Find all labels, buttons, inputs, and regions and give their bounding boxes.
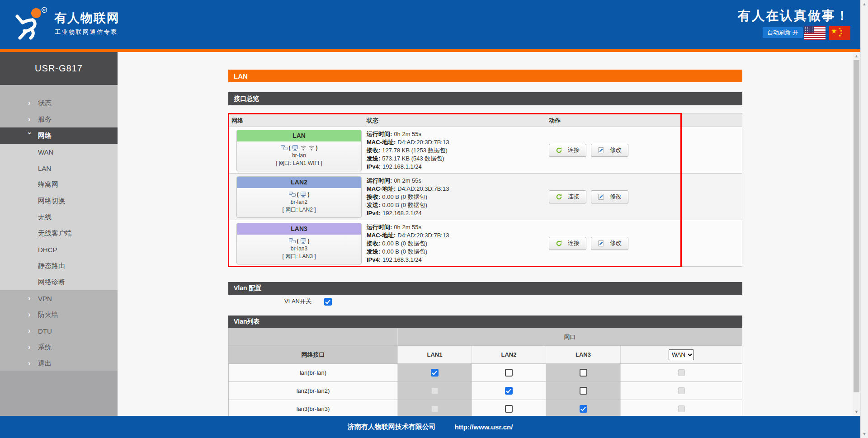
column-header-lan1: LAN1	[398, 346, 472, 363]
paren-close: )	[308, 237, 310, 245]
sidebar-menu: 状态 服务 网络 WAN LAN 蜂窝网 网络切换 无线 无线客户端 DHCP	[0, 85, 118, 371]
edit-icon	[598, 147, 604, 154]
interface-status: 运行时间:0h 2m 55s MAC-地址:D4:AD:20:3D:7B:13 …	[367, 223, 449, 264]
us-flag-canton	[804, 26, 814, 33]
sidebar: USR-G817 状态 服务 网络 WAN LAN 蜂窝网 网络切换 无线	[0, 52, 118, 416]
us-flag-icon[interactable]	[804, 26, 826, 40]
header-orange-strip	[0, 49, 860, 52]
interface-badge: LAN	[237, 130, 361, 141]
chevron-right-icon	[28, 294, 38, 302]
sidebar-item-cellular[interactable]: 蜂窝网	[0, 176, 118, 193]
wifi-icon	[300, 144, 307, 151]
bridge-icon	[289, 191, 296, 198]
edit-icon	[598, 193, 604, 200]
sidebar-item-label: 网络	[38, 132, 52, 140]
vlan-interface-name: lan3(br-lan3)	[229, 400, 398, 418]
ipv4-value: 192.168.3.1/24	[382, 256, 422, 263]
sidebar-item-wireless-client[interactable]: 无线客户端	[0, 225, 118, 241]
chevron-right-icon	[28, 115, 38, 123]
sidebar-item-vpn[interactable]: VPN	[0, 290, 118, 306]
sidebar-item-system[interactable]: 系统	[0, 339, 118, 355]
sidebar-item-network[interactable]: 网络	[0, 127, 118, 144]
interface-row-lan3: LAN3 ( )	[229, 220, 742, 266]
connect-button[interactable]: 连接	[549, 144, 586, 157]
rx-value: 127.78 KB (1253 数据包)	[382, 147, 448, 154]
connect-button[interactable]: 连接	[549, 237, 586, 250]
sidebar-item-network-switch[interactable]: 网络切换	[0, 193, 118, 209]
sidebar-item-label: 防火墙	[38, 311, 58, 319]
vlan-table-header: 网络接口 LAN1 LAN2 LAN3 WAN	[229, 345, 742, 363]
scroll-down-icon[interactable]	[853, 409, 860, 415]
sidebar-item-network-diagnostics[interactable]: 网络诊断	[0, 274, 118, 290]
refresh-icon	[556, 240, 562, 247]
sidebar-item-logout[interactable]: 退出	[0, 355, 118, 372]
sidebar-item-dhcp[interactable]: DHCP	[0, 241, 118, 258]
paren-close: )	[316, 144, 318, 152]
footer: 济南有人物联网技术有限公司 http://www.usr.cn/	[0, 416, 860, 438]
sidebar-item-label: 无线客户端	[38, 229, 72, 238]
vlan-checkbox-lan3[interactable]	[580, 387, 587, 395]
footer-company: 济南有人物联网技术有限公司	[348, 423, 436, 431]
star-icon	[839, 34, 841, 37]
vlan-checkbox-wan	[678, 369, 685, 376]
connect-button[interactable]: 连接	[549, 190, 586, 203]
chevron-right-icon	[28, 343, 38, 351]
interface-overview-table: 网络 状态 动作 LAN (	[228, 113, 742, 267]
scroll-up-icon[interactable]	[861, 1, 868, 7]
interface-card: LAN3 ( )	[236, 223, 362, 264]
sidebar-item-dtu[interactable]: DTU	[0, 323, 118, 339]
paren-open: (	[289, 144, 291, 152]
sidebar-item-label: VPN	[38, 295, 52, 302]
ethernet-icon	[300, 237, 307, 245]
ipv4-value: 192.168.1.1/24	[382, 163, 422, 170]
vlan-switch-checkbox[interactable]	[324, 298, 332, 306]
sidebar-item-services[interactable]: 服务	[0, 111, 118, 127]
column-header-interface: 网络接口	[229, 346, 398, 363]
scroll-up-icon[interactable]	[853, 53, 860, 59]
brand-tagline: 工业物联网通信专家	[55, 28, 118, 36]
page-scrollbar[interactable]	[860, 0, 868, 438]
wan-select[interactable]: WAN	[669, 349, 694, 360]
vlan-checkbox-lan3[interactable]	[580, 369, 587, 377]
column-header-status: 状态	[367, 117, 378, 125]
scrollbar-thumb[interactable]	[854, 60, 859, 392]
svg-text:R: R	[43, 8, 46, 12]
cn-flag-icon[interactable]	[829, 26, 850, 40]
bridge-icon	[281, 144, 288, 151]
modify-button[interactable]: 修改	[591, 237, 628, 250]
sidebar-item-label: 退出	[38, 359, 52, 368]
vlan-row-lan2: lan2(br-lan2)	[229, 381, 742, 400]
column-header-actions: 动作	[549, 117, 561, 125]
rx-value: 0.00 B (0 数据包)	[382, 240, 427, 247]
interface-ports: [ 网口: LAN1 WIFI ]	[239, 160, 359, 167]
vlan-checkbox-lan2[interactable]	[505, 387, 513, 395]
scroll-down-icon[interactable]	[861, 431, 868, 437]
modify-button[interactable]: 修改	[591, 144, 628, 157]
footer-url[interactable]: http://www.usr.cn/	[455, 423, 513, 431]
vlan-checkbox-lan3[interactable]	[580, 405, 587, 413]
refresh-icon	[556, 193, 562, 200]
brand-name: 有人物联网	[54, 10, 120, 26]
content-scrollbar[interactable]	[853, 52, 860, 416]
vlan-checkbox-lan1[interactable]	[431, 369, 439, 377]
interface-card: LAN2 ( )	[236, 176, 362, 218]
column-header-lan2: LAN2	[472, 346, 546, 363]
sidebar-item-firewall[interactable]: 防火墙	[0, 306, 118, 323]
modify-button[interactable]: 修改	[591, 190, 628, 203]
sidebar-item-status[interactable]: 状态	[0, 95, 118, 111]
ethernet-icon	[292, 144, 299, 151]
vlan-table: 网口 网络接口 LAN1 LAN2 LAN3 WAN lan(br-lan) l…	[228, 328, 742, 418]
vlan-interface-name: lan2(br-lan2)	[229, 382, 398, 400]
sidebar-item-lan[interactable]: LAN	[0, 160, 118, 176]
wifi-icon	[308, 144, 315, 151]
sidebar-item-wireless[interactable]: 无线	[0, 209, 118, 225]
vlan-checkbox-lan2[interactable]	[505, 405, 513, 413]
uptime-value: 0h 2m 55s	[394, 177, 421, 184]
sidebar-item-wan[interactable]: WAN	[0, 144, 118, 160]
tx-value: 0.00 B (0 数据包)	[382, 248, 427, 255]
interface-ports: [ 网口: LAN3 ]	[239, 253, 359, 260]
vlan-checkbox-lan2[interactable]	[505, 369, 513, 377]
auto-refresh-toggle[interactable]: 自动刷新 开	[763, 27, 803, 38]
ethernet-icon	[300, 191, 307, 198]
sidebar-item-static-route[interactable]: 静态路由	[0, 258, 118, 274]
